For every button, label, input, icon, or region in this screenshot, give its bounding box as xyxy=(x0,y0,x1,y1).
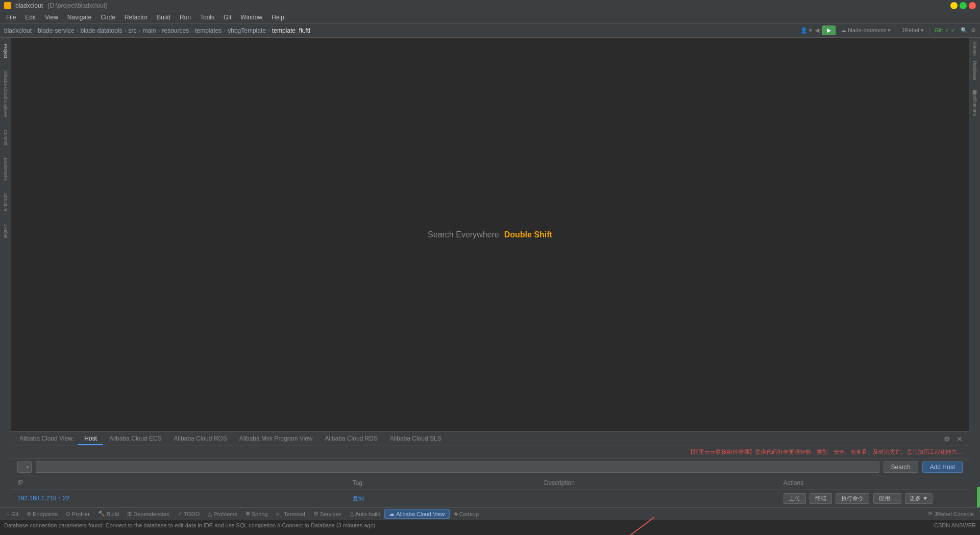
maximize-button[interactable] xyxy=(960,2,967,9)
tab-alibaba-mini-program[interactable]: Alibaba Mini Program View xyxy=(233,433,319,445)
panel-settings-icon[interactable]: ⚙ xyxy=(942,435,952,443)
tool-build-label: Build xyxy=(107,511,119,517)
apply-button[interactable]: 应用… xyxy=(873,493,901,504)
tool-alibaba-cloud-view[interactable]: ☁ Alibaba Cloud View xyxy=(384,509,449,519)
menu-tools[interactable]: Tools xyxy=(196,13,218,22)
terminal-button[interactable]: 终端 xyxy=(810,493,832,504)
jrebel-label: JRebel ▾ xyxy=(901,27,923,34)
alibaba-cloud-icon: ☁ xyxy=(389,510,395,517)
breadcrumb-main[interactable]: main xyxy=(142,27,156,34)
jrebel-console-icon: ⟳ xyxy=(928,510,933,517)
terminal-icon: >_ xyxy=(276,511,283,517)
tool-dependencies-label: Dependencies xyxy=(133,511,169,517)
problems-icon: △ xyxy=(208,510,212,517)
status-message-bar: Database connection parameters found: Co… xyxy=(0,520,980,530)
breadcrumb-templates[interactable]: templates xyxy=(195,27,222,34)
sidebar-right-maven[interactable]: Maven xyxy=(971,40,978,58)
sidebar-item-project[interactable]: Project xyxy=(2,42,9,60)
add-host-button[interactable]: Add Host xyxy=(922,461,963,473)
menu-navigate[interactable]: Navigate xyxy=(63,13,95,22)
col-tag: Tag xyxy=(347,476,538,490)
content-area: Search Everywhere Double Shift Alibaba C… xyxy=(11,38,969,507)
host-table: IP Tag Description Actions 192.168.1.218… xyxy=(11,476,969,507)
nav-arrow-left[interactable]: ◀ xyxy=(815,27,819,34)
menu-build[interactable]: Build xyxy=(153,13,175,22)
tool-problems[interactable]: △ Problems xyxy=(204,509,241,518)
tool-codeup[interactable]: ◈ Codeup xyxy=(450,509,483,518)
menu-view[interactable]: View xyxy=(41,13,62,22)
tab-alibaba-cloud-ros[interactable]: Alibaba Cloud ROS xyxy=(168,433,233,445)
tool-spring-label: Spring xyxy=(252,511,268,517)
menu-code[interactable]: Code xyxy=(96,13,119,22)
breadcrumb-blade-service[interactable]: blade-service xyxy=(38,27,74,34)
panel-controls: ⚙ ✕ xyxy=(942,435,965,443)
menu-file[interactable]: File xyxy=(2,13,20,22)
menu-bar: File Edit View Navigate Code Refactor Bu… xyxy=(0,11,980,23)
tab-alibaba-cloud-view-label: Alibaba Cloud View: xyxy=(15,433,78,445)
alibaba-panel: Alibaba Cloud View: Host Alibaba Cloud E… xyxy=(11,431,969,507)
tab-host[interactable]: Host xyxy=(78,433,103,445)
tool-spring[interactable]: ❃ Spring xyxy=(241,509,272,518)
tool-dependencies[interactable]: ⊞ Dependencies xyxy=(123,509,173,518)
minimize-button[interactable] xyxy=(950,2,958,9)
search-button[interactable]: Search xyxy=(884,461,918,473)
close-button[interactable] xyxy=(969,2,976,9)
panel-close-icon[interactable]: ✕ xyxy=(954,435,965,443)
breadcrumb-bladxclout[interactable]: bladxclout xyxy=(4,27,32,34)
sidebar-item-bookmarks[interactable]: Bookmarks xyxy=(2,156,9,183)
tool-profiler[interactable]: ⊙ Profiler xyxy=(62,509,94,518)
breadcrumb-template-fk[interactable]: template_fk.ftl xyxy=(272,27,310,34)
tool-terminal[interactable]: >_ Terminal xyxy=(272,510,309,518)
sidebar-item-alibaba-cloud-explorer[interactable]: Alibaba Cloud Explorer xyxy=(2,68,9,119)
panel-tabs-left: Alibaba Cloud View: Host Alibaba Cloud E… xyxy=(15,433,448,445)
toolbar-row: Search Add Host xyxy=(11,458,969,476)
tool-codeup-label: Codeup xyxy=(459,511,479,517)
ip-link[interactable]: 192.168.1.218：22 xyxy=(17,495,69,502)
tab-alibaba-cloud-sls[interactable]: Alibaba Cloud SLS xyxy=(384,433,448,445)
copy-button[interactable]: 复制 xyxy=(353,495,364,501)
upload-button[interactable]: 上传 xyxy=(783,493,806,504)
menu-help[interactable]: Help xyxy=(267,13,288,22)
cell-description xyxy=(538,490,777,507)
tool-auto-build[interactable]: △ Auto-build xyxy=(346,509,385,518)
main-layout: Project Alibaba Cloud Explorer Commit Bo… xyxy=(0,38,980,507)
breadcrumb-blade-datatools[interactable]: blade-datatools xyxy=(80,27,122,34)
col-ip: IP xyxy=(11,476,347,490)
filter-dropdown[interactable] xyxy=(17,461,32,473)
host-search-input[interactable] xyxy=(36,461,879,473)
menu-git[interactable]: Git xyxy=(219,13,235,22)
tool-build[interactable]: 🔨 Build xyxy=(94,509,123,518)
breadcrumb-resources[interactable]: resources xyxy=(162,27,189,34)
tool-git-label: Git xyxy=(11,511,18,517)
panel-tabs: Alibaba Cloud View: Host Alibaba Cloud E… xyxy=(11,432,969,446)
menu-edit[interactable]: Edit xyxy=(21,13,40,22)
sidebar-right-notifications[interactable]: Notifications xyxy=(971,89,978,118)
nav-bar: bladxclout › blade-service › blade-datat… xyxy=(0,23,980,38)
breadcrumb-src[interactable]: src xyxy=(128,27,136,34)
filter-select-wrapper xyxy=(17,461,32,473)
nav-settings-icon[interactable]: ⚙ xyxy=(971,27,976,34)
tool-jrebel-console[interactable]: ⟳ JRebel Console xyxy=(924,509,978,518)
sidebar-item-commit[interactable]: Commit xyxy=(2,128,9,148)
breadcrumb-yhbgtemplate[interactable]: yhbgTemplate xyxy=(228,27,266,34)
tool-endpoints[interactable]: ⊕ Endpoints xyxy=(22,509,62,518)
run-button[interactable]: ▶ xyxy=(822,26,836,35)
menu-run[interactable]: Run xyxy=(176,13,195,22)
sidebar-right-database[interactable]: Database xyxy=(971,59,978,83)
tool-terminal-label: Terminal xyxy=(284,511,305,517)
menu-refactor[interactable]: Refactor xyxy=(120,13,152,22)
tab-alibaba-cloud-ecs[interactable]: Alibaba Cloud ECS xyxy=(103,433,168,445)
menu-window[interactable]: Window xyxy=(236,13,266,22)
nav-search-icon[interactable]: 🔍 xyxy=(961,27,968,34)
tool-git[interactable]: ⑂ Git xyxy=(2,510,22,518)
sidebar-item-jrebel[interactable]: JRebel xyxy=(2,222,9,240)
sidebar-right-info[interactable]: 信息 xyxy=(970,84,979,88)
endpoints-icon: ⊕ xyxy=(27,510,31,517)
tool-services[interactable]: ⚙ Services xyxy=(309,509,346,518)
execute-button[interactable]: 执行命令 xyxy=(836,493,869,504)
tool-todo[interactable]: ✓ TODO xyxy=(174,509,204,518)
tab-alibaba-cloud-rds[interactable]: Alibaba Cloud RDS xyxy=(319,433,384,445)
nav-right: 👤 ▾ ◀ ▶ ☁ blade-datatools ▾ JRebel ▾ Git… xyxy=(800,26,976,35)
more-button[interactable]: 更多 ▼ xyxy=(905,493,933,504)
sidebar-item-structure[interactable]: Structure xyxy=(2,191,9,214)
